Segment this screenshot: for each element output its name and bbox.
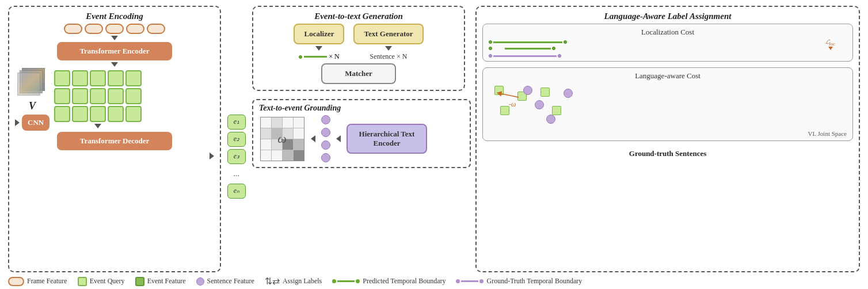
legend-event-feature-icon: [135, 277, 144, 286]
omega-matrix: [260, 117, 304, 161]
grounding-section: Text-to-event Grounding: [252, 99, 471, 168]
transformer-decoder-box: Transformer Decoder: [57, 132, 172, 150]
cnn-box: CNN: [22, 115, 50, 131]
event-feature-sq: [552, 106, 561, 115]
eq-cell: [72, 88, 88, 104]
b-line-green: [505, 48, 551, 50]
video-frame: [17, 73, 40, 96]
legend-event-feature-label: Event Feature: [147, 277, 186, 286]
arrow-down-1: [111, 36, 118, 40]
sentence-feat-circ: [546, 115, 555, 124]
grounding-inner: ω: [259, 115, 464, 162]
arrow-down-loc-cost: [828, 47, 833, 50]
event-label-ellipsis: ...: [227, 166, 246, 181]
eq-cell: [90, 70, 106, 86]
purple-circle: [321, 140, 330, 150]
eq-cell: [108, 106, 124, 122]
arrow-down-tg: [385, 46, 392, 51]
lang-cost-area: Language-aware Cost -: [482, 67, 853, 141]
frame-features-row: [64, 24, 165, 34]
b-dot-purple: [489, 54, 492, 58]
event-label-e1: e₁: [227, 115, 246, 130]
legend-event-query-icon: [78, 277, 87, 286]
language-inner: Localization Cost 𝓛loc: [482, 24, 853, 158]
predicted-boundary-line: [332, 279, 360, 283]
lang-scatter: -ω: [489, 83, 847, 129]
arrow-down-loc: [315, 46, 322, 51]
vl-joint-label: VL Joint Space: [489, 130, 847, 137]
eq-cell: [90, 106, 106, 122]
eq-cell: [72, 70, 88, 86]
event-query-grid: [54, 70, 142, 122]
matcher-box: Matcher: [321, 63, 396, 84]
b-line-purple: [493, 55, 557, 57]
hte-box: Hierarchical Text Encoder: [347, 124, 427, 154]
legend-groundtruth-boundary-item: Ground-Truth Temporal Boundary: [456, 277, 582, 286]
section-event-encoding: Event Encoding Transformer Encoder: [8, 6, 221, 272]
event-feature-sq: [494, 86, 504, 95]
eq-cell: [90, 88, 106, 104]
transformer-encoder-box: Transformer Encoder: [57, 42, 172, 60]
legend-event-query-item: Event Query: [78, 277, 125, 286]
groundtruth-boundary-line: [456, 279, 484, 283]
assign-labels-icon: ⇅⇄: [265, 276, 280, 287]
legend-predicted-boundary-item: Predicted Temporal Boundary: [332, 277, 446, 286]
b-line-green: [493, 41, 562, 43]
groundtruth-dot-left: [456, 279, 460, 283]
frame-feature: [64, 24, 82, 34]
purple-circle: [321, 153, 330, 162]
frame-feature: [126, 24, 144, 34]
event-encoding-title: Event Encoding: [15, 12, 214, 21]
loc-cost-title: Localization Cost: [489, 28, 847, 37]
sentence-feat-circ: [523, 86, 532, 95]
event-label-e2: e₂: [227, 132, 246, 147]
legend-row: Frame Feature Event Query Event Feature …: [0, 272, 868, 289]
ground-truth-sentences: Ground-truth Sentences: [482, 149, 853, 158]
localizer-box: Localizer: [294, 24, 344, 44]
times-n: × N: [329, 52, 339, 61]
legend-sentence-feat-icon: [196, 277, 204, 286]
eq-cell: [54, 70, 70, 86]
event-label-en: eₙ: [227, 184, 246, 199]
event-label-e3: e₃: [227, 149, 246, 164]
frame-feature: [85, 24, 103, 34]
legend-assign-labels-item: ⇅⇄ Assign Labels: [265, 276, 322, 287]
frame-feature: [147, 24, 165, 34]
purple-circle: [321, 115, 330, 124]
lang-cost-title: Language-aware Cost: [489, 71, 847, 81]
legend-predicted-boundary-label: Predicted Temporal Boundary: [363, 277, 446, 286]
legend-event-query-label: Event Query: [90, 277, 125, 286]
purple-circle: [321, 128, 330, 137]
omega-matrix-wrapper: ω: [259, 117, 305, 161]
arrow-down-2: [111, 62, 118, 67]
b-dot-green: [564, 40, 567, 44]
arrow-left-omega: [311, 135, 315, 142]
sentence-x-n: Sentence × N: [370, 52, 408, 61]
groundtruth-line: [461, 280, 478, 282]
predicted-dot-left: [332, 279, 336, 283]
language-aware-title: Language-Aware Label Assignment: [482, 12, 853, 21]
eq-cell: [125, 70, 142, 86]
predicted-dot-right: [356, 279, 360, 283]
arrow-right-cnn: [15, 119, 20, 126]
section-language-aware: Language-Aware Label Assignment Localiza…: [475, 6, 860, 272]
legend-sentence-feat-label: Sentence Feature: [207, 277, 254, 286]
sentence-feat-circ: [535, 100, 544, 109]
eq-cell: [54, 106, 70, 122]
text-generator-box: Text Generator: [353, 24, 423, 44]
purple-circles: [321, 115, 330, 162]
legend-groundtruth-boundary-label: Ground-Truth Temporal Boundary: [486, 277, 582, 286]
video-frames: [17, 68, 47, 98]
b-dot-purple: [558, 54, 561, 58]
event-feature-sq: [540, 88, 550, 97]
arrow-down-3: [94, 124, 101, 128]
sentence-feat-circ: [564, 89, 573, 98]
green-line: [304, 56, 327, 58]
frame-feature: [105, 24, 124, 34]
legend-frame-feature: Frame Feature: [8, 277, 67, 286]
section-event-to-text: Event-to-text Generation Localizer: [252, 6, 465, 91]
legend-event-feature-item: Event Feature: [135, 277, 186, 286]
eq-cell: [125, 106, 142, 122]
arrow-right-out: [210, 153, 214, 159]
minus-omega-label: -ω: [509, 100, 516, 109]
